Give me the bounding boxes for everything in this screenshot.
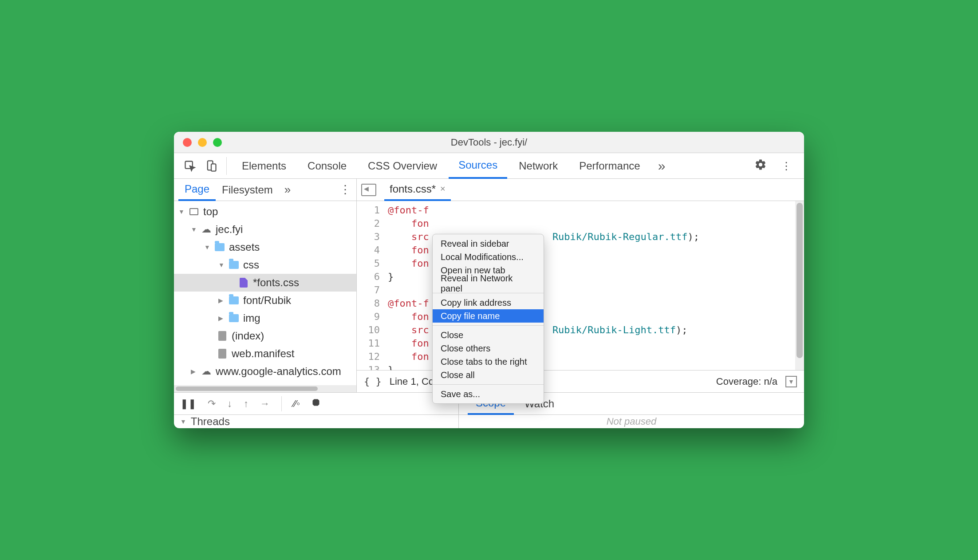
- ctx-copy-link-address[interactable]: Copy link address: [433, 296, 544, 309]
- window-titlebar: DevTools - jec.fyi/: [174, 132, 804, 153]
- separator: [281, 396, 282, 411]
- tab-network[interactable]: Network: [509, 153, 568, 179]
- toggle-navigator-icon[interactable]: [361, 184, 376, 196]
- close-tab-icon[interactable]: ×: [440, 184, 446, 194]
- ctx-close-all[interactable]: Close all: [433, 368, 544, 382]
- stylesheet-file-icon: [240, 278, 248, 288]
- tree-node-assets[interactable]: ▼assets: [174, 238, 356, 256]
- pause-on-exceptions-icon[interactable]: [312, 398, 320, 410]
- pause-icon[interactable]: ❚❚: [180, 398, 196, 410]
- tree-label: (index): [232, 330, 264, 342]
- kebab-menu-icon[interactable]: ⋮: [775, 160, 798, 172]
- more-tabs-icon[interactable]: »: [652, 158, 672, 174]
- device-toggle-icon[interactable]: [201, 156, 221, 176]
- line-num: 7: [357, 284, 380, 297]
- show-coverage-icon[interactable]: ▼: [785, 376, 797, 387]
- tree-label: assets: [229, 241, 260, 253]
- line-num: 6: [357, 270, 380, 284]
- threads-section[interactable]: ▼ Threads: [174, 415, 458, 428]
- tree-label: top: [203, 205, 218, 218]
- not-paused-label: Not paused: [459, 415, 804, 427]
- editor-tab-label: fonts.css*: [390, 183, 436, 195]
- editor-tab-fonts-css[interactable]: fonts.css* ×: [384, 179, 451, 201]
- ctx-close-others[interactable]: Close others: [433, 342, 544, 355]
- tab-context-menu: Reveal in sidebar Local Modifications...…: [432, 234, 544, 404]
- folder-icon: [229, 296, 239, 304]
- tree-label: web.manifest: [232, 347, 294, 360]
- ctx-reveal-sidebar[interactable]: Reveal in sidebar: [433, 237, 544, 250]
- tree-label: img: [243, 312, 260, 324]
- step-out-icon[interactable]: ↑: [244, 398, 248, 410]
- separator: [226, 157, 227, 175]
- line-num: 10: [357, 323, 380, 337]
- file-icon: [218, 331, 226, 341]
- tab-console[interactable]: Console: [298, 153, 356, 179]
- navigator-tab-page[interactable]: Page: [178, 179, 216, 201]
- ctx-copy-file-name[interactable]: Copy file name: [433, 309, 544, 323]
- settings-icon[interactable]: [748, 158, 773, 174]
- code-area: 1 2 3 4 5 6 7 8 9 10 11 12 13 14 @font-f…: [357, 201, 804, 370]
- window-title: DevTools - jec.fyi/: [174, 137, 804, 148]
- line-num: 2: [357, 217, 380, 230]
- frame-icon: [189, 208, 198, 215]
- line-num: 3: [357, 230, 380, 244]
- horizontal-scrollbar[interactable]: [174, 385, 356, 392]
- cloud-icon: ☁: [201, 366, 212, 377]
- ctx-close-tabs-right[interactable]: Close tabs to the right: [433, 355, 544, 368]
- line-num: 1: [357, 204, 380, 217]
- threads-label: Threads: [191, 415, 230, 428]
- file-tree: ▼top ▼☁jec.fyi ▼assets ▼css *fonts.css ▶…: [174, 201, 356, 385]
- ctx-reveal-network[interactable]: Reveal in Network panel: [433, 277, 544, 290]
- ctx-save-as[interactable]: Save as...: [433, 387, 544, 401]
- tree-label: *fonts.css: [253, 276, 299, 289]
- line-num: 8: [357, 297, 380, 310]
- tree-node-font-rubik[interactable]: ▶font/Rubik: [174, 292, 356, 309]
- ctx-close[interactable]: Close: [433, 328, 544, 342]
- navigator-tab-filesystem[interactable]: Filesystem: [216, 179, 279, 201]
- editor-status-bar: { } Line 1, Column 1 Coverage: n/a ▼: [357, 370, 804, 392]
- coverage-status: Coverage: n/a: [716, 376, 777, 387]
- tree-node-google-analytics[interactable]: ▶☁www.google-analytics.com: [174, 363, 356, 380]
- line-gutter: 1 2 3 4 5 6 7 8 9 10 11 12 13 14: [357, 201, 384, 370]
- folder-icon: [229, 314, 239, 322]
- step-over-icon[interactable]: ↷: [208, 398, 216, 410]
- main-toolbar: Elements Console CSS Overview Sources Ne…: [174, 153, 804, 179]
- inspect-element-icon[interactable]: [180, 156, 200, 176]
- tree-node-index[interactable]: (index): [174, 327, 356, 345]
- tab-elements[interactable]: Elements: [232, 153, 296, 179]
- tab-css-overview[interactable]: CSS Overview: [358, 153, 447, 179]
- deactivate-breakpoints-icon[interactable]: ⁄⁄◦: [293, 398, 300, 410]
- line-num: 9: [357, 310, 380, 323]
- tree-label: www.google-analytics.com: [216, 365, 341, 378]
- step-icon[interactable]: →: [260, 398, 270, 410]
- navigator-more-icon[interactable]: »: [279, 183, 296, 197]
- main-body: Page Filesystem » ⋮ ▼top ▼☁jec.fyi ▼asse…: [174, 179, 804, 393]
- file-icon: [218, 349, 226, 359]
- tree-node-manifest[interactable]: web.manifest: [174, 345, 356, 363]
- debugger-toolbar: ❚❚ ↷ ↓ ↑ → ⁄⁄◦: [174, 393, 458, 415]
- tree-node-img[interactable]: ▶img: [174, 309, 356, 327]
- navigator-kebab-icon[interactable]: ⋮: [334, 183, 356, 197]
- line-num: 4: [357, 244, 380, 257]
- line-num: 13: [357, 363, 380, 370]
- tab-sources[interactable]: Sources: [449, 153, 507, 179]
- step-into-icon[interactable]: ↓: [227, 398, 232, 410]
- vertical-scrollbar[interactable]: [795, 201, 804, 370]
- ctx-separator: [433, 325, 544, 326]
- tree-node-top[interactable]: ▼top: [174, 203, 356, 221]
- tab-performance[interactable]: Performance: [569, 153, 650, 179]
- line-num: 11: [357, 337, 380, 350]
- line-num: 5: [357, 257, 380, 270]
- tree-node-domain[interactable]: ▼☁jec.fyi: [174, 221, 356, 238]
- svg-rect-2: [211, 164, 216, 171]
- navigator-tabs: Page Filesystem » ⋮: [174, 179, 356, 201]
- editor-tabs: fonts.css* ×: [357, 179, 804, 201]
- ctx-separator: [433, 384, 544, 385]
- tree-node-css[interactable]: ▼css: [174, 256, 356, 274]
- line-num: 12: [357, 350, 380, 363]
- tree-node-googletagmanager[interactable]: ▶☁www.googletagmanager.com: [174, 380, 356, 385]
- tree-node-fonts-css[interactable]: *fonts.css: [174, 274, 356, 292]
- tree-label: css: [243, 259, 259, 271]
- pretty-print-icon[interactable]: { }: [364, 376, 382, 387]
- ctx-local-modifications[interactable]: Local Modifications...: [433, 250, 544, 264]
